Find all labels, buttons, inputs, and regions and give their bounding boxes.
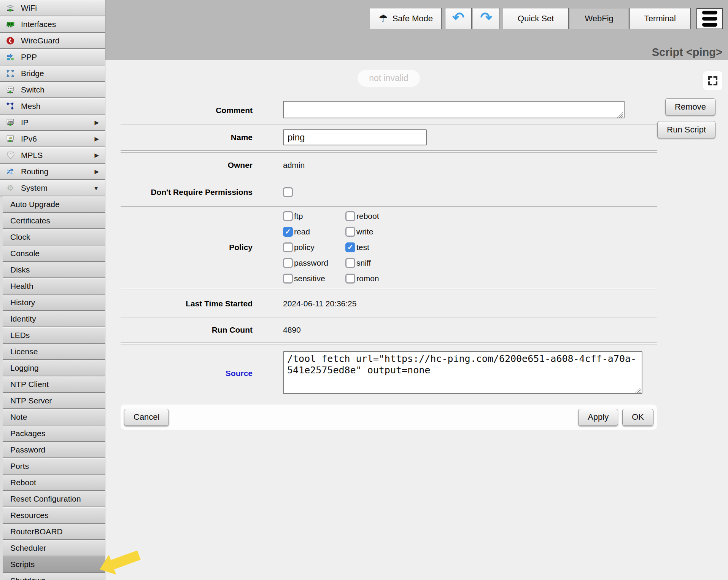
sidebar-subitem-license[interactable]: License [3,344,105,359]
ftp-checkbox[interactable] [283,211,293,221]
sidebar-subitem-password[interactable]: Password [3,442,105,457]
svg-text:⚙: ⚙ [7,183,14,193]
sidebar-subitem-label: RouterBOARD [10,527,63,536]
last-time-started-row: Last Time Started 2024-06-11 20:36:25 [121,290,657,317]
sidebar-item-switch[interactable]: Switch [0,82,105,97]
undo-button[interactable]: ↶ [445,8,472,29]
sidebar-subitem-note[interactable]: Note [3,409,105,425]
policy-column-1: ftpreadpolicypasswordsensitive [283,208,345,286]
sidebar-subitem-scheduler[interactable]: Scheduler [3,540,105,556]
sidebar-subitem-label: Certificates [10,216,50,225]
sidebar-item-system[interactable]: ⚙System▼ [0,180,105,196]
sidebar-item-label: Mesh [21,102,40,111]
sidebar-subitem-packages[interactable]: Packages [3,425,105,441]
safe-mode-button[interactable]: ☂ Safe Mode [370,8,442,29]
sidebar-subitem-auto-upgrade[interactable]: Auto Upgrade [3,196,105,212]
last-time-started-value: 2024-06-11 20:36:25 [283,299,356,308]
sidebar-item-ipv6[interactable]: √6IPv6▶ [0,131,105,147]
test-checkbox[interactable] [345,242,355,252]
sidebar-item-label: WiFi [21,3,37,13]
sidebar-subitem-scripts[interactable]: Scripts [3,556,105,572]
policy-item-romon: romon [345,271,408,286]
apply-button[interactable]: Apply [578,409,618,426]
interfaces-icon [5,20,15,29]
sidebar-subitem-disks[interactable]: Disks [3,262,105,277]
sidebar-subitem-label: Health [10,282,33,291]
sidebar-subitem-ntp-server[interactable]: NTP Server [3,393,105,408]
run-script-button[interactable]: Run Script [657,121,715,138]
policy-item-test: test [345,239,408,255]
sidebar-top-menu: WiFiInterfacesWireGuardPPPBridgeSwitchMe… [0,0,105,196]
sidebar-subitem-logging[interactable]: Logging [3,360,105,376]
sensitive-checkbox[interactable] [283,274,293,284]
sidebar-subitem-routerboard[interactable]: RouterBOARD [3,524,105,539]
read-checkbox[interactable] [283,227,293,237]
tab-webfig[interactable]: WebFig [570,8,628,29]
sidebar-subitem-ntp-client[interactable]: NTP Client [3,376,105,392]
sidebar-item-interfaces[interactable]: Interfaces [0,16,105,32]
redo-icon: ↷ [480,10,492,25]
sidebar-item-wifi[interactable]: WiFi [0,0,105,16]
sidebar-item-ip[interactable]: 255IP▶ [0,115,105,130]
sidebar-subitem-console[interactable]: Console [3,245,105,261]
policy-item-ftp: ftp [283,208,345,224]
sidebar-item-bridge[interactable]: Bridge [0,65,105,81]
sidebar-item-routing[interactable]: Routing▶ [0,164,105,179]
hamburger-menu-button[interactable] [696,8,723,29]
sidebar-item-label: IPv6 [21,134,37,143]
sidebar-item-mesh[interactable]: Mesh [0,98,105,114]
sidebar-subitem-resources[interactable]: Resources [3,507,105,523]
comment-row: Comment [121,96,657,124]
umbrella-icon: ☂ [378,13,388,25]
source-field-wrap: /tool fetch url="https://hc-ping.com/620… [283,351,642,395]
write-checkbox[interactable] [345,227,355,237]
sidebar-subitem-clock[interactable]: Clock [3,229,105,245]
sidebar-subitem-health[interactable]: Health [3,278,105,294]
sidebar-subitem-history[interactable]: History [3,295,105,310]
mesh-icon [5,102,15,111]
comment-input[interactable] [283,101,625,118]
run-count-value: 4890 [283,325,301,335]
redo-button[interactable]: ↷ [473,8,499,29]
sniff-checkbox[interactable] [345,258,355,268]
chevron-down-icon: ▼ [93,185,99,191]
tab-terminal[interactable]: Terminal [629,8,691,29]
sidebar-subitem-label: LEDs [10,331,30,340]
cancel-button[interactable]: Cancel [124,409,169,426]
run-count-row: Run Count 4890 [121,317,657,342]
ok-button[interactable]: OK [622,409,653,426]
policy-checkbox-label: sensitive [294,274,325,283]
sidebar-subitem-identity[interactable]: Identity [3,311,105,327]
comment-label: Comment [121,106,283,115]
source-input[interactable]: /tool fetch url="https://hc-ping.com/620… [283,351,642,394]
mpls-icon [5,151,15,160]
sidebar-subitem-reset-configuration[interactable]: Reset Configuration [3,491,105,507]
undo-icon: ↶ [452,10,464,25]
sidebar-subitem-ports[interactable]: Ports [3,458,105,474]
policy-checkbox[interactable] [283,242,293,252]
sidebar-subitem-reboot[interactable]: Reboot [3,475,105,490]
policy-item-reboot: reboot [345,208,408,224]
remove-button[interactable]: Remove [665,98,715,115]
password-checkbox[interactable] [283,258,293,268]
sidebar-item-ppp[interactable]: PPP [0,49,105,65]
name-input[interactable] [283,129,427,145]
fullscreen-button[interactable] [703,71,722,90]
reboot-checkbox[interactable] [345,211,355,221]
sidebar: WiFiInterfacesWireGuardPPPBridgeSwitchMe… [0,0,105,580]
romon-checkbox[interactable] [345,274,355,284]
policy-item-write: write [345,224,408,239]
source-label[interactable]: Source [121,369,283,378]
sidebar-item-wireguard[interactable]: WireGuard [0,33,105,48]
name-label: Name [121,133,283,142]
policy-item-read: read [283,224,345,239]
sidebar-subitem-leds[interactable]: LEDs [3,327,105,343]
sidebar-subitem-label: Reboot [10,478,36,487]
action-bar: Cancel Apply OK [121,405,657,430]
sidebar-subitem-certificates[interactable]: Certificates [3,213,105,228]
dont-require-permissions-checkbox[interactable] [283,187,293,197]
toolbar: ☂ Safe Mode ↶ ↷ Quick Set WebFig Termina… [370,8,723,29]
sidebar-item-mpls[interactable]: MPLS▶ [0,147,105,163]
sidebar-subitem-shutdown[interactable]: Shutdown [3,573,105,580]
tab-quick-set[interactable]: Quick Set [503,8,569,29]
